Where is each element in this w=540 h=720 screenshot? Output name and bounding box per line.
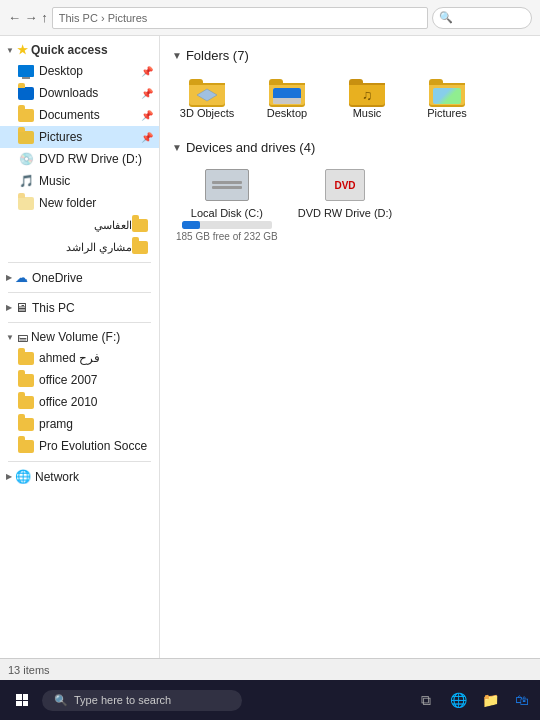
explorer-icon[interactable]: 📁 xyxy=(476,686,504,714)
devices-grid: Local Disk (C:) 185 GB free of 232 GB DV… xyxy=(172,163,528,246)
sidebar-item-dvd[interactable]: 💿 DVD RW Drive (D:) xyxy=(0,148,159,170)
sidebar-item-downloads[interactable]: Downloads 📌 xyxy=(0,82,159,104)
hdd-small-icon: 🖴 xyxy=(17,331,28,343)
folders-chevron-icon: ▼ xyxy=(172,50,182,61)
taskbar: 🔍 Type here to search ⧉ 🌐 📁 🛍 xyxy=(0,680,540,720)
quick-access-section: ▼ ★ Quick access Desktop 📌 xyxy=(0,40,159,258)
documents-icon xyxy=(18,107,34,123)
proevo-label: Pro Evolution Socce xyxy=(39,439,147,453)
chevron-right-thispc: ▶ xyxy=(6,303,12,312)
network-label: Network xyxy=(35,470,79,484)
taskbar-search-placeholder: Type here to search xyxy=(74,694,171,706)
separator-4 xyxy=(8,461,151,462)
network-icon: 🌐 xyxy=(15,469,31,484)
onedrive-label: OneDrive xyxy=(32,271,83,285)
folder-item-desktop[interactable]: Desktop xyxy=(252,71,322,124)
taskbar-search-box[interactable]: 🔍 Type here to search xyxy=(42,690,242,711)
localdisk-info: Local Disk (C:) 185 GB free of 232 GB xyxy=(176,207,278,242)
address-text: This PC › Pictures xyxy=(59,12,148,24)
status-bar: 13 items xyxy=(0,658,540,680)
sidebar-item-onedrive[interactable]: ▶ ☁ OneDrive xyxy=(0,267,159,288)
sidebar-item-desktop[interactable]: Desktop 📌 xyxy=(0,60,159,82)
chevron-right-icon: ▶ xyxy=(6,273,12,282)
3dobjects-label: 3D Objects xyxy=(180,107,234,120)
sidebar-music-label: Music xyxy=(39,174,70,188)
sidebar-item-network[interactable]: ▶ 🌐 Network xyxy=(0,466,159,487)
dvd-name: DVD RW Drive (D:) xyxy=(298,207,393,219)
sidebar-item-documents[interactable]: Documents 📌 xyxy=(0,104,159,126)
pictures-icon xyxy=(18,129,34,145)
newvolume-label: New Volume (F:) xyxy=(31,330,120,344)
sidebar-item-arabic2[interactable]: مشاري الراشد xyxy=(0,236,159,258)
content-area: ▼ Folders (7) xyxy=(160,36,540,658)
status-items-count: 13 items xyxy=(8,664,50,676)
folder-item-3dobjects[interactable]: 3D Objects xyxy=(172,71,242,124)
folders-section-header: ▼ Folders (7) xyxy=(172,48,528,63)
music-sidebar-icon: 🎵 xyxy=(18,173,34,189)
sidebar-arabic2-label: مشاري الراشد xyxy=(66,241,132,254)
new-folder-icon xyxy=(18,195,34,211)
sidebar-item-newfolder[interactable]: New folder xyxy=(0,192,159,214)
sidebar: ▼ ★ Quick access Desktop 📌 xyxy=(0,36,160,658)
taskview-icon[interactable]: ⧉ xyxy=(412,686,440,714)
folder-item-pictures[interactable]: Pictures xyxy=(412,71,482,124)
sidebar-item-pictures[interactable]: Pictures 📌 xyxy=(0,126,159,148)
sidebar-item-office2007[interactable]: office 2007 xyxy=(0,369,159,391)
windows-icon xyxy=(16,694,28,706)
sidebar-item-thispc[interactable]: ▶ 🖥 This PC xyxy=(0,297,159,318)
sidebar-pictures-label: Pictures xyxy=(39,130,82,144)
sidebar-downloads-label: Downloads xyxy=(39,86,98,100)
dvd-info: DVD RW Drive (D:) xyxy=(298,207,393,219)
sidebar-item-pramg[interactable]: pramg xyxy=(0,413,159,435)
device-item-localdisk[interactable]: Local Disk (C:) 185 GB free of 232 GB xyxy=(172,163,282,246)
sidebar-item-newvolume[interactable]: ▼ 🖴 New Volume (F:) xyxy=(0,327,159,347)
chevron-down-newvol: ▼ xyxy=(6,333,14,342)
devices-chevron-icon: ▼ xyxy=(172,142,182,153)
sidebar-dvd-label: DVD RW Drive (D:) xyxy=(39,152,142,166)
sidebar-item-music[interactable]: 🎵 Music xyxy=(0,170,159,192)
office2007-label: office 2007 xyxy=(39,373,98,387)
chevron-right-network: ▶ xyxy=(6,472,12,481)
start-button[interactable] xyxy=(4,684,40,716)
pramg-label: pramg xyxy=(39,417,73,431)
file-explorer-window: ← → ↑ This PC › Pictures 🔍 ▼ ★ Quick acc… xyxy=(0,0,540,680)
folder-item-music[interactable]: ♫ Music xyxy=(332,71,402,124)
quick-access-label: Quick access xyxy=(31,43,108,57)
thispc-label: This PC xyxy=(32,301,75,315)
separator-3 xyxy=(8,322,151,323)
search-icon: 🔍 xyxy=(439,11,453,24)
pictures-folder-icon xyxy=(427,75,467,107)
desktop-folder-icon xyxy=(267,75,307,107)
music-folder-icon: ♫ xyxy=(347,75,387,107)
devices-section-label: Devices and drives (4) xyxy=(186,140,315,155)
folders-grid: 3D Objects Desktop xyxy=(172,71,528,124)
separator-2 xyxy=(8,292,151,293)
toolbar: ← → ↑ This PC › Pictures 🔍 xyxy=(0,0,540,36)
edge-icon[interactable]: 🌐 xyxy=(444,686,472,714)
sidebar-desktop-label: Desktop xyxy=(39,64,83,78)
office2010-label: office 2010 xyxy=(39,395,98,409)
3dobjects-icon xyxy=(187,75,227,107)
address-bar[interactable]: This PC › Pictures xyxy=(52,7,428,29)
proevo-icon xyxy=(18,438,34,454)
sidebar-item-arabic1[interactable]: العفاسي xyxy=(0,214,159,236)
taskbar-search-icon: 🔍 xyxy=(54,694,68,707)
search-bar[interactable]: 🔍 xyxy=(432,7,532,29)
pin-icon-dl: 📌 xyxy=(141,88,153,99)
downloads-folder-icon xyxy=(18,85,34,101)
ahmed-icon xyxy=(18,350,34,366)
sidebar-item-ahmed[interactable]: ahmed فرح xyxy=(0,347,159,369)
taskbar-system-icons: ⧉ 🌐 📁 🛍 xyxy=(412,686,536,714)
dvd-device-icon: DVD xyxy=(322,167,367,203)
dvd-text-icon: DVD xyxy=(334,180,355,191)
sidebar-item-office2010[interactable]: office 2010 xyxy=(0,391,159,413)
device-item-dvd[interactable]: DVD DVD RW Drive (D:) xyxy=(294,163,397,223)
music-folder-label: Music xyxy=(353,107,382,120)
desktop-folder-label: Desktop xyxy=(267,107,307,120)
store-icon[interactable]: 🛍 xyxy=(508,686,536,714)
quick-access-header[interactable]: ▼ ★ Quick access xyxy=(0,40,159,60)
storage-fill xyxy=(182,221,200,229)
sidebar-item-proevo[interactable]: Pro Evolution Socce xyxy=(0,435,159,457)
arabic1-icon xyxy=(132,217,148,233)
dvd-sidebar-icon: 💿 xyxy=(18,151,34,167)
